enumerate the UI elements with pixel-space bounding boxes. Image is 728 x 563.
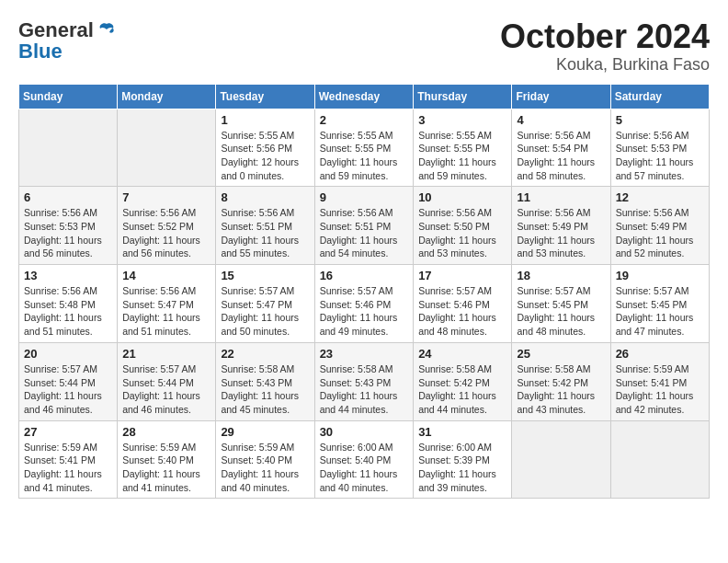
day-number: 20 (24, 347, 112, 361)
day-number: 28 (122, 425, 210, 439)
calendar-cell: 19Sunrise: 5:57 AM Sunset: 5:45 PM Dayli… (610, 265, 709, 343)
page-header: General Blue October 2024 Kouka, Burkina… (18, 18, 710, 75)
calendar-cell: 20Sunrise: 5:57 AM Sunset: 5:44 PM Dayli… (19, 342, 118, 420)
calendar-cell: 29Sunrise: 5:59 AM Sunset: 5:40 PM Dayli… (216, 420, 314, 499)
weekday-header-row: SundayMondayTuesdayWednesdayThursdayFrid… (19, 84, 710, 109)
day-info: Sunrise: 5:55 AM Sunset: 5:55 PM Dayligh… (320, 129, 409, 183)
day-info: Sunrise: 5:59 AM Sunset: 5:41 PM Dayligh… (616, 362, 704, 417)
day-number: 25 (517, 347, 605, 361)
day-info: Sunrise: 5:58 AM Sunset: 5:42 PM Dayligh… (517, 362, 605, 417)
weekday-header-monday: Monday (118, 84, 216, 109)
weekday-header-sunday: Sunday (19, 84, 118, 109)
title-block: October 2024 Kouka, Burkina Faso (500, 18, 710, 75)
day-info: Sunrise: 5:56 AM Sunset: 5:53 PM Dayligh… (616, 129, 704, 183)
day-info: Sunrise: 5:57 AM Sunset: 5:47 PM Dayligh… (221, 284, 309, 339)
day-info: Sunrise: 6:00 AM Sunset: 5:39 PM Dayligh… (418, 441, 506, 495)
day-info: Sunrise: 5:56 AM Sunset: 5:47 PM Dayligh… (122, 284, 210, 339)
day-info: Sunrise: 5:57 AM Sunset: 5:44 PM Dayligh… (24, 362, 112, 417)
calendar-cell (610, 420, 709, 499)
day-info: Sunrise: 5:56 AM Sunset: 5:52 PM Dayligh… (122, 206, 210, 260)
calendar-cell: 17Sunrise: 5:57 AM Sunset: 5:46 PM Dayli… (414, 265, 512, 343)
weekday-header-saturday: Saturday (610, 84, 709, 109)
day-number: 11 (517, 190, 605, 204)
calendar-cell: 3Sunrise: 5:55 AM Sunset: 5:55 PM Daylig… (414, 109, 512, 187)
calendar-cell: 22Sunrise: 5:58 AM Sunset: 5:43 PM Dayli… (216, 342, 314, 420)
day-info: Sunrise: 5:56 AM Sunset: 5:48 PM Dayligh… (24, 284, 112, 339)
day-number: 6 (24, 190, 112, 204)
day-info: Sunrise: 5:55 AM Sunset: 5:55 PM Dayligh… (418, 129, 506, 183)
day-info: Sunrise: 5:58 AM Sunset: 5:43 PM Dayligh… (221, 362, 309, 417)
calendar-cell: 31Sunrise: 6:00 AM Sunset: 5:39 PM Dayli… (414, 420, 512, 499)
day-number: 2 (320, 113, 409, 127)
logo-blue: Blue (18, 42, 63, 61)
calendar-cell: 14Sunrise: 5:56 AM Sunset: 5:47 PM Dayli… (118, 265, 216, 343)
day-info: Sunrise: 5:59 AM Sunset: 5:40 PM Dayligh… (122, 441, 210, 495)
weekday-header-tuesday: Tuesday (216, 84, 314, 109)
calendar-table: SundayMondayTuesdayWednesdayThursdayFrid… (18, 84, 710, 500)
day-number: 16 (320, 269, 409, 282)
day-number: 5 (616, 113, 704, 127)
calendar-week-5: 27Sunrise: 5:59 AM Sunset: 5:41 PM Dayli… (19, 420, 710, 499)
calendar-cell: 26Sunrise: 5:59 AM Sunset: 5:41 PM Dayli… (610, 342, 709, 420)
day-number: 13 (24, 269, 112, 282)
day-number: 8 (221, 190, 309, 204)
day-number: 1 (221, 113, 309, 127)
calendar-cell: 27Sunrise: 5:59 AM Sunset: 5:41 PM Dayli… (19, 420, 118, 499)
calendar-cell: 18Sunrise: 5:57 AM Sunset: 5:45 PM Dayli… (512, 265, 610, 343)
day-info: Sunrise: 5:56 AM Sunset: 5:54 PM Dayligh… (517, 129, 605, 183)
day-number: 17 (418, 269, 506, 282)
day-info: Sunrise: 5:55 AM Sunset: 5:56 PM Dayligh… (221, 129, 309, 183)
weekday-header-thursday: Thursday (414, 84, 512, 109)
day-info: Sunrise: 6:00 AM Sunset: 5:40 PM Dayligh… (320, 441, 409, 495)
day-info: Sunrise: 5:56 AM Sunset: 5:51 PM Dayligh… (221, 206, 309, 260)
calendar-cell: 8Sunrise: 5:56 AM Sunset: 5:51 PM Daylig… (216, 187, 314, 265)
day-info: Sunrise: 5:56 AM Sunset: 5:51 PM Dayligh… (320, 206, 409, 260)
calendar-cell: 5Sunrise: 5:56 AM Sunset: 5:53 PM Daylig… (610, 109, 709, 187)
logo: General Blue (18, 18, 117, 61)
day-number: 22 (221, 347, 309, 361)
calendar-cell: 6Sunrise: 5:56 AM Sunset: 5:53 PM Daylig… (19, 187, 118, 265)
day-number: 19 (616, 269, 704, 282)
calendar-cell: 30Sunrise: 6:00 AM Sunset: 5:40 PM Dayli… (314, 420, 414, 499)
day-info: Sunrise: 5:59 AM Sunset: 5:40 PM Dayligh… (221, 441, 309, 495)
calendar-cell: 2Sunrise: 5:55 AM Sunset: 5:55 PM Daylig… (314, 109, 414, 187)
calendar-cell (118, 109, 216, 187)
location-title: Kouka, Burkina Faso (500, 55, 710, 75)
day-info: Sunrise: 5:56 AM Sunset: 5:49 PM Dayligh… (517, 206, 605, 260)
calendar-cell: 12Sunrise: 5:56 AM Sunset: 5:49 PM Dayli… (610, 187, 709, 265)
day-number: 24 (418, 347, 506, 361)
day-number: 26 (616, 347, 704, 361)
weekday-header-wednesday: Wednesday (314, 84, 414, 109)
day-number: 21 (122, 347, 210, 361)
calendar-cell (512, 420, 610, 499)
calendar-cell: 15Sunrise: 5:57 AM Sunset: 5:47 PM Dayli… (216, 265, 314, 343)
day-number: 3 (418, 113, 506, 127)
day-info: Sunrise: 5:57 AM Sunset: 5:45 PM Dayligh… (517, 284, 605, 339)
day-number: 23 (320, 347, 409, 361)
calendar-week-4: 20Sunrise: 5:57 AM Sunset: 5:44 PM Dayli… (19, 342, 710, 420)
weekday-header-friday: Friday (512, 84, 610, 109)
calendar-cell: 1Sunrise: 5:55 AM Sunset: 5:56 PM Daylig… (216, 109, 314, 187)
day-info: Sunrise: 5:57 AM Sunset: 5:46 PM Dayligh… (320, 284, 409, 339)
day-info: Sunrise: 5:57 AM Sunset: 5:44 PM Dayligh… (122, 362, 210, 417)
calendar-cell: 21Sunrise: 5:57 AM Sunset: 5:44 PM Dayli… (118, 342, 216, 420)
day-info: Sunrise: 5:57 AM Sunset: 5:45 PM Dayligh… (616, 284, 704, 339)
calendar-cell: 25Sunrise: 5:58 AM Sunset: 5:42 PM Dayli… (512, 342, 610, 420)
month-title: October 2024 (500, 18, 710, 55)
calendar-cell: 11Sunrise: 5:56 AM Sunset: 5:49 PM Dayli… (512, 187, 610, 265)
day-number: 29 (221, 425, 309, 439)
calendar-cell: 24Sunrise: 5:58 AM Sunset: 5:42 PM Dayli… (414, 342, 512, 420)
day-number: 27 (24, 425, 112, 439)
day-number: 7 (122, 190, 210, 204)
day-info: Sunrise: 5:56 AM Sunset: 5:53 PM Dayligh… (24, 206, 112, 260)
day-info: Sunrise: 5:56 AM Sunset: 5:50 PM Dayligh… (418, 206, 506, 260)
calendar-cell: 16Sunrise: 5:57 AM Sunset: 5:46 PM Dayli… (314, 265, 414, 343)
day-number: 4 (517, 113, 605, 127)
calendar-cell: 13Sunrise: 5:56 AM Sunset: 5:48 PM Dayli… (19, 265, 118, 343)
calendar-week-2: 6Sunrise: 5:56 AM Sunset: 5:53 PM Daylig… (19, 187, 710, 265)
day-info: Sunrise: 5:57 AM Sunset: 5:46 PM Dayligh… (418, 284, 506, 339)
calendar-cell: 7Sunrise: 5:56 AM Sunset: 5:52 PM Daylig… (118, 187, 216, 265)
day-info: Sunrise: 5:58 AM Sunset: 5:42 PM Dayligh… (418, 362, 506, 417)
day-number: 30 (320, 425, 409, 439)
day-number: 15 (221, 269, 309, 282)
